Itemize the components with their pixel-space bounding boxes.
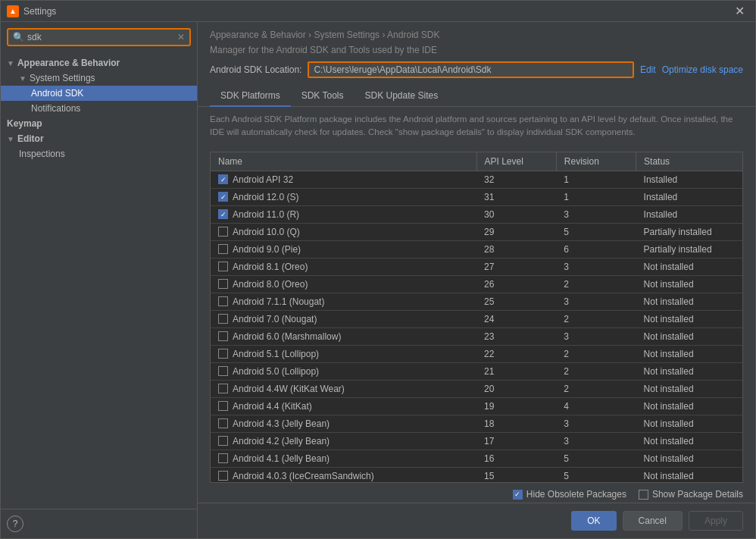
table-row[interactable]: Android 8.1 (Oreo)273Not installed <box>211 258 742 275</box>
optimize-disk-link[interactable]: Optimize disk space <box>662 64 743 75</box>
show-package-checkbox[interactable] <box>639 490 648 500</box>
table-row[interactable]: Android 9.0 (Pie)286Partially installed <box>211 240 742 258</box>
table-row[interactable]: Android 4.1 (Jelly Bean)165Not installed <box>211 450 742 467</box>
table-row[interactable]: Android 7.0 (Nougat)242Not installed <box>211 310 742 327</box>
cell-status: Not installed <box>636 415 742 432</box>
sidebar: 🔍 ✕ ▼ Appearance & Behavior ▼ System Set… <box>1 22 198 538</box>
cell-name: Android 4.2 (Jelly Bean) <box>211 433 476 450</box>
cell-status: Not installed <box>636 380 742 397</box>
sidebar-item-keymap[interactable]: Keymap <box>1 116 197 131</box>
tab-bar: SDK Platforms SDK Tools SDK Update Sites <box>198 86 755 107</box>
description: Manager for the Android SDK and Tools us… <box>198 45 755 61</box>
close-button[interactable]: ✕ <box>730 2 749 20</box>
table-row[interactable]: Android 4.4 (KitKat)194Not installed <box>211 397 742 415</box>
row-checkbox[interactable] <box>218 174 228 184</box>
hide-obsolete-text: Hide Obsolete Packages <box>526 489 626 500</box>
table-row[interactable]: Android 4.3 (Jelly Bean)183Not installed <box>211 415 742 432</box>
help-button[interactable]: ? <box>7 515 23 532</box>
row-checkbox[interactable] <box>218 314 228 324</box>
cell-status: Not installed <box>636 467 742 483</box>
cell-revision: 3 <box>556 293 636 310</box>
search-icon: 🔍 <box>13 32 24 42</box>
row-checkbox[interactable] <box>218 418 228 428</box>
cell-name: Android 4.3 (Jelly Bean) <box>211 415 476 432</box>
apply-button[interactable]: Apply <box>689 511 743 531</box>
row-checkbox[interactable] <box>218 366 228 376</box>
cell-name: Android API 32 <box>211 171 476 188</box>
row-checkbox[interactable] <box>218 349 228 359</box>
sdk-location-input-wrap[interactable] <box>308 61 634 78</box>
hide-obsolete-label[interactable]: Hide Obsolete Packages <box>513 489 626 500</box>
row-name: Android 4.3 (Jelly Bean) <box>233 418 330 429</box>
row-checkbox[interactable] <box>218 209 228 219</box>
row-checkbox[interactable] <box>218 244 228 254</box>
app-icon: ▲ <box>7 5 19 17</box>
row-checkbox[interactable] <box>218 331 228 341</box>
col-api: API Level <box>476 152 556 171</box>
table-row[interactable]: Android API 32321Installed <box>211 171 742 188</box>
sdk-location-input[interactable] <box>314 64 628 75</box>
cell-api: 29 <box>476 223 556 240</box>
row-name: Android 4.4W (KitKat Wear) <box>233 384 345 394</box>
row-checkbox[interactable] <box>218 227 228 237</box>
table-row[interactable]: Android 11.0 (R)303Installed <box>211 205 742 223</box>
table-row[interactable]: Android 5.0 (Lollipop)212Not installed <box>211 362 742 380</box>
cancel-button[interactable]: Cancel <box>623 511 683 531</box>
sidebar-item-label: Inspections <box>19 149 65 159</box>
cell-status: Not installed <box>636 310 742 327</box>
sidebar-item-appearance-behavior[interactable]: ▼ Appearance & Behavior <box>1 55 197 71</box>
table-row[interactable]: Android 6.0 (Marshmallow)233Not installe… <box>211 327 742 345</box>
expand-icon: ▼ <box>7 135 14 143</box>
cell-status: Not installed <box>636 362 742 380</box>
ok-button[interactable]: OK <box>571 511 616 531</box>
row-checkbox[interactable] <box>218 279 228 289</box>
table-row[interactable]: Android 7.1.1 (Nougat)253Not installed <box>211 293 742 310</box>
cell-api: 31 <box>476 188 556 205</box>
table-row[interactable]: Android 4.2 (Jelly Bean)173Not installed <box>211 432 742 450</box>
table-row[interactable]: Android 10.0 (Q)295Partially installed <box>211 223 742 240</box>
row-checkbox[interactable] <box>218 296 228 306</box>
table-row[interactable]: Android 4.0.3 (IceCreamSandwich)155Not i… <box>211 467 742 483</box>
row-checkbox[interactable] <box>218 262 228 271</box>
table-row[interactable]: Android 4.4W (KitKat Wear)202Not install… <box>211 380 742 397</box>
cell-revision: 2 <box>556 275 636 293</box>
tab-sdk-update-sites[interactable]: SDK Update Sites <box>355 86 449 107</box>
cell-revision: 3 <box>556 205 636 223</box>
cell-api: 32 <box>476 171 556 188</box>
sidebar-item-editor[interactable]: ▼ Editor <box>1 131 197 146</box>
row-checkbox[interactable] <box>218 192 228 202</box>
row-checkbox[interactable] <box>218 384 228 393</box>
table-row[interactable]: Android 12.0 (S)311Installed <box>211 188 742 205</box>
row-name: Android 4.0.3 (IceCreamSandwich) <box>233 471 374 481</box>
tab-sdk-platforms[interactable]: SDK Platforms <box>210 86 291 107</box>
cell-name: Android 10.0 (Q) <box>211 224 476 240</box>
row-checkbox[interactable] <box>218 436 228 446</box>
table-header: Name API Level Revision Status <box>211 152 742 171</box>
edit-link[interactable]: Edit <box>640 64 656 75</box>
row-checkbox[interactable] <box>218 401 228 411</box>
row-checkbox[interactable] <box>218 471 228 481</box>
search-box[interactable]: 🔍 ✕ <box>7 28 191 46</box>
row-name: Android 7.0 (Nougat) <box>233 314 317 324</box>
sidebar-item-system-settings[interactable]: ▼ System Settings <box>1 71 197 86</box>
sdk-table-container[interactable]: Name API Level Revision Status Android A… <box>210 152 743 484</box>
search-clear-button[interactable]: ✕ <box>177 32 185 42</box>
table-row[interactable]: Android 8.0 (Oreo)262Not installed <box>211 275 742 293</box>
search-input[interactable] <box>27 32 177 42</box>
sidebar-item-inspections[interactable]: Inspections <box>1 146 197 161</box>
tab-sdk-tools[interactable]: SDK Tools <box>291 86 355 107</box>
table-row[interactable]: Android 5.1 (Lollipop)222Not installed <box>211 345 742 362</box>
cell-api: 30 <box>476 205 556 223</box>
sidebar-item-label: Editor <box>17 133 44 144</box>
row-name: Android 10.0 (Q) <box>233 227 300 237</box>
show-package-label[interactable]: Show Package Details <box>639 489 743 500</box>
sidebar-item-label: System Settings <box>30 73 95 83</box>
sidebar-item-android-sdk[interactable]: Android SDK <box>1 86 197 101</box>
sidebar-item-label: Android SDK <box>31 88 83 99</box>
hide-obsolete-checkbox[interactable] <box>513 490 523 500</box>
table-body: Android API 32321InstalledAndroid 12.0 (… <box>211 171 742 483</box>
bottom-options: Hide Obsolete Packages Show Package Deta… <box>198 486 755 503</box>
row-name: Android 5.1 (Lollipop) <box>233 349 319 359</box>
sidebar-item-notifications[interactable]: Notifications <box>1 101 197 116</box>
row-checkbox[interactable] <box>218 453 228 463</box>
